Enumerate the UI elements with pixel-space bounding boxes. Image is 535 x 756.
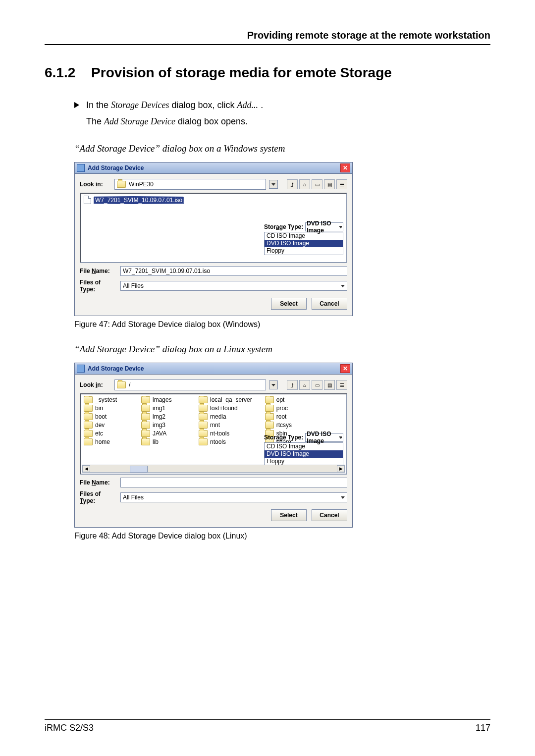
triangle-bullet-icon (74, 102, 79, 108)
storage-type-option[interactable]: DVD ISO Image (265, 240, 343, 247)
figure-48-above-caption: “Add Storage Device” dialog box on a Lin… (74, 344, 490, 355)
look-in-combo[interactable]: / (114, 379, 266, 390)
folder-item[interactable]: images (141, 396, 186, 403)
storage-type-dropdown-list[interactable]: CD ISO Image DVD ISO Image Floppy (264, 442, 343, 466)
storage-type-combo[interactable]: DVD ISO Image (305, 222, 343, 231)
chevron-down-icon (339, 225, 342, 229)
folder-item[interactable]: lib (141, 438, 186, 445)
folder-icon (199, 413, 208, 420)
look-in-label: Look in: (80, 181, 111, 188)
folder-item[interactable]: mnt (199, 422, 252, 429)
home-icon[interactable]: ⌂ (299, 179, 310, 189)
folder-icon (265, 396, 274, 403)
storage-type-option[interactable]: Floppy (265, 247, 343, 255)
files-of-type-combo[interactable]: All Files (120, 492, 347, 502)
look-in-combo[interactable]: WinPE30 (114, 179, 266, 190)
cancel-button[interactable]: Cancel (312, 298, 347, 310)
figure-47-above-caption: “Add Storage Device” dialog box on a Win… (74, 143, 490, 154)
dialog-title: Add Storage Device (88, 365, 144, 372)
folder-icon (84, 438, 93, 445)
folder-icon (84, 405, 93, 412)
horizontal-scrollbar[interactable]: ◀ ▶ (82, 465, 345, 473)
folder-item[interactable]: bin (84, 405, 128, 412)
folder-item[interactable]: media (199, 413, 252, 420)
svg-marker-0 (271, 183, 275, 186)
folder-item[interactable]: root (265, 413, 310, 420)
page-footer: iRMC S2/S3 117 (45, 719, 490, 733)
scrollbar-track[interactable] (90, 466, 337, 472)
svg-marker-2 (341, 285, 345, 287)
storage-type-option[interactable]: DVD ISO Image (265, 450, 343, 458)
files-of-type-combo[interactable]: All Files (120, 281, 347, 291)
folder-item[interactable]: etc (84, 430, 128, 437)
figure-47-caption: Figure 47: Add Storage Device dialog box… (74, 320, 490, 329)
folder-item[interactable]: lost+found (199, 405, 252, 412)
details-view-icon[interactable]: ☰ (336, 179, 347, 189)
folder-icon (265, 413, 274, 420)
add-storage-device-dialog-linux: Add Storage Device ✕ Look in: / ⮥ ⌂ (74, 363, 353, 528)
folder-item[interactable]: rtcsys (265, 422, 310, 429)
folder-item[interactable]: opt (265, 396, 310, 403)
dialog-titlebar[interactable]: Add Storage Device ✕ (75, 162, 352, 174)
new-folder-icon[interactable]: ▭ (312, 179, 322, 189)
look-in-label: Look in: (80, 381, 111, 388)
folder-item[interactable]: JAVA (141, 430, 186, 437)
folder-item[interactable]: home (84, 438, 128, 445)
folder-item[interactable]: boot (84, 413, 128, 420)
up-folder-icon[interactable]: ⮥ (287, 380, 298, 390)
home-icon[interactable]: ⌂ (299, 380, 310, 390)
folder-icon (199, 422, 208, 429)
dialog-titlebar[interactable]: Add Storage Device ✕ (75, 363, 352, 375)
list-view-icon[interactable]: ▤ (324, 380, 335, 390)
select-button[interactable]: Select (271, 509, 307, 521)
files-of-type-label: Files of Type: (80, 490, 117, 504)
svg-marker-3 (271, 384, 275, 386)
folder-icon (141, 405, 150, 412)
folder-item[interactable]: ntools (199, 438, 252, 445)
storage-type-label: Storage Type: (264, 434, 303, 441)
look-in-dropdown-button[interactable] (269, 380, 278, 389)
file-name-label: File Name: (80, 268, 117, 274)
svg-marker-4 (339, 436, 342, 439)
svg-marker-5 (341, 496, 345, 499)
file-item[interactable]: W7_7201_SVIM_10.09.07.01.iso (84, 196, 343, 204)
cancel-button[interactable]: Cancel (312, 509, 347, 521)
file-list-area[interactable]: _systest bin boot dev etc home images im… (80, 393, 347, 475)
close-icon[interactable]: ✕ (340, 364, 350, 373)
dialog-title: Add Storage Device (88, 164, 144, 171)
folder-icon (141, 430, 150, 437)
section-heading: 6.1.2 Provision of storage media for emo… (45, 65, 490, 81)
storage-type-panel: Storage Type: DVD ISO Image CD ISO Image… (264, 433, 343, 466)
scrollbar-thumb[interactable] (130, 466, 148, 473)
folder-item[interactable]: dev (84, 422, 128, 429)
folder-icon (199, 396, 208, 403)
close-icon[interactable]: ✕ (340, 163, 350, 172)
svg-marker-1 (339, 226, 342, 228)
storage-type-label: Storage Type: (264, 223, 303, 230)
storage-type-option[interactable]: Floppy (265, 458, 343, 465)
scroll-right-icon[interactable]: ▶ (337, 465, 345, 472)
look-in-value: / (129, 381, 130, 388)
folder-item[interactable]: local_qa_server (199, 396, 252, 403)
folder-item[interactable]: img2 (141, 413, 186, 420)
list-view-icon[interactable]: ▤ (324, 179, 335, 189)
scroll-left-icon[interactable]: ◀ (82, 465, 90, 472)
file-name-input[interactable] (120, 478, 347, 487)
folder-item[interactable]: nt-tools (199, 430, 252, 437)
look-in-dropdown-button[interactable] (269, 180, 278, 189)
file-name-input[interactable]: W7_7201_SVIM_10.09.07.01.iso (120, 266, 347, 276)
folder-item[interactable]: img1 (141, 405, 186, 412)
folder-item[interactable]: proc (265, 405, 310, 412)
folder-item[interactable]: img3 (141, 422, 186, 429)
folder-icon (265, 405, 274, 412)
storage-type-combo[interactable]: DVD ISO Image (305, 433, 343, 442)
select-button[interactable]: Select (271, 298, 307, 310)
up-folder-icon[interactable]: ⮥ (287, 179, 298, 189)
new-folder-icon[interactable]: ▭ (312, 380, 322, 390)
chevron-down-icon (341, 495, 345, 499)
files-of-type-label: Files of Type: (80, 279, 117, 293)
storage-type-dropdown-list[interactable]: CD ISO Image DVD ISO Image Floppy (264, 232, 343, 255)
folder-item[interactable]: _systest (84, 396, 128, 403)
details-view-icon[interactable]: ☰ (336, 380, 347, 390)
file-list-area[interactable]: W7_7201_SVIM_10.09.07.01.iso Storage Typ… (80, 193, 347, 263)
